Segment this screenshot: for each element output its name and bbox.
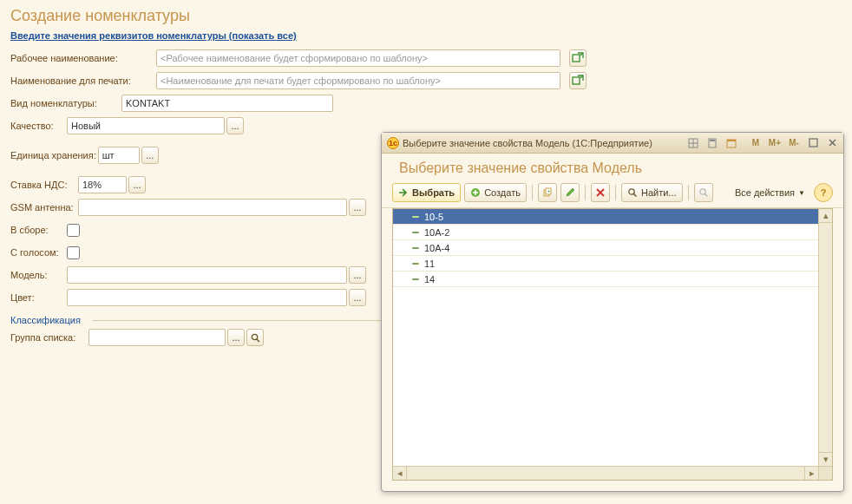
quality-label: Качество: (10, 121, 67, 131)
create-button[interactable]: Создать (464, 183, 527, 202)
scroll-down-button[interactable]: ▾ (819, 452, 832, 466)
svg-point-24 (699, 189, 705, 194)
list-group-input[interactable] (88, 329, 226, 346)
copy-icon: + (542, 187, 553, 198)
scroll-left-button[interactable]: ◂ (393, 467, 407, 480)
template-icon (572, 52, 584, 64)
magnifier-icon (251, 333, 260, 343)
toolbar-separator (585, 185, 586, 200)
list-group-label: Группа списка: (10, 332, 88, 343)
item-marker-icon (412, 263, 419, 265)
horizontal-scrollbar[interactable]: ◂ ▸ (393, 466, 818, 480)
dialog-titlebar[interactable]: 1c Выберите значение свойства Модель (1С… (382, 133, 843, 154)
gsm-input[interactable] (78, 199, 347, 216)
list-group-picker-button[interactable]: ... (227, 329, 245, 346)
scroll-up-button[interactable]: ▴ (819, 209, 832, 223)
toolbar-separator (688, 185, 689, 200)
close-icon (828, 138, 837, 147)
item-marker-icon (412, 278, 419, 280)
template-icon (572, 75, 584, 87)
toolbar-separator (615, 185, 616, 200)
calendar-icon (726, 138, 737, 148)
maximize-icon (809, 138, 818, 147)
all-actions-button[interactable]: Все действия ▼ (730, 183, 810, 202)
pencil-icon (565, 187, 575, 198)
quality-picker-button[interactable]: ... (226, 117, 244, 134)
titlebar-maximize-button[interactable] (805, 135, 821, 151)
magnifier-icon (627, 187, 638, 198)
grid-icon (688, 138, 698, 148)
list-item[interactable]: 10A-4 (393, 240, 818, 256)
color-label: Цвет: (10, 292, 67, 303)
plus-icon (470, 187, 481, 198)
arrow-select-icon (398, 187, 409, 198)
model-label: Модель: (10, 270, 67, 280)
quality-input[interactable] (67, 117, 225, 134)
print-name-template-button[interactable] (569, 72, 587, 89)
storage-unit-label: Единица хранения: (10, 150, 96, 160)
scroll-right-button[interactable]: ▸ (804, 467, 818, 480)
kind-input[interactable] (121, 95, 333, 112)
list-group-search-button[interactable] (246, 329, 264, 346)
svg-rect-0 (573, 55, 580, 62)
working-name-input[interactable] (156, 49, 560, 67)
vat-label: Ставка НДС: (10, 180, 78, 190)
list-item[interactable]: 11 (393, 256, 818, 272)
assembled-label: В сборе: (10, 225, 67, 235)
svg-point-22 (629, 189, 634, 194)
select-button[interactable]: Выбрать (392, 183, 461, 202)
titlebar-calc-button[interactable] (705, 135, 720, 151)
titlebar-calendar-button[interactable] (724, 135, 739, 151)
list-item[interactable]: 10-5 (393, 209, 818, 225)
question-icon: ? (821, 187, 827, 198)
working-name-label: Рабочее наименование: (10, 53, 156, 63)
print-name-input[interactable] (156, 72, 560, 89)
gsm-picker-button[interactable]: ... (349, 199, 366, 216)
app-icon: 1c (387, 137, 399, 149)
copy-button[interactable]: + (538, 183, 557, 202)
show-all-link[interactable]: Введите значения реквизитов номенклатуры… (0, 30, 297, 49)
create-button-label: Создать (484, 187, 521, 198)
list-item-label: 10-5 (424, 212, 443, 222)
dialog-heading: Выберите значение свойства Модель (382, 154, 843, 181)
model-input[interactable] (67, 266, 347, 284)
dialog-toolbar: Выбрать Создать + Найти... Все действия … (382, 181, 843, 208)
titlebar-grid-button[interactable] (685, 135, 701, 151)
list-item-label: 10A-2 (424, 227, 449, 238)
model-picker-button[interactable]: ... (349, 266, 366, 284)
delete-button[interactable] (591, 183, 610, 202)
clear-find-button[interactable] (694, 183, 713, 202)
magnifier-x-icon (698, 187, 709, 198)
assembled-checkbox[interactable] (67, 224, 80, 237)
titlebar-m-button[interactable]: M (748, 135, 764, 151)
voice-checkbox[interactable] (67, 246, 80, 259)
svg-rect-8 (710, 140, 715, 141)
page-title: Создание номенклатуры (0, 0, 852, 30)
vertical-scrollbar[interactable]: ▴ ▾ (818, 209, 832, 466)
svg-line-25 (705, 194, 707, 197)
model-list: 10-510A-210A-41114 ▴ ▾ ◂ ▸ (392, 208, 833, 481)
svg-point-2 (252, 334, 257, 339)
item-marker-icon (412, 232, 419, 233)
list-item-label: 10A-4 (424, 243, 449, 253)
list-item[interactable]: 10A-2 (393, 225, 818, 240)
help-button[interactable]: ? (814, 183, 833, 202)
titlebar-mminus-button[interactable]: M- (786, 135, 802, 151)
print-name-label: Наименование для печати: (10, 75, 156, 86)
find-button[interactable]: Найти... (621, 183, 683, 202)
svg-line-3 (257, 339, 259, 342)
color-picker-button[interactable]: ... (349, 289, 366, 306)
color-input[interactable] (67, 289, 347, 306)
storage-unit-picker-button[interactable]: ... (141, 147, 159, 164)
list-item[interactable]: 14 (393, 272, 818, 287)
titlebar-mplus-button[interactable]: M+ (767, 135, 783, 151)
titlebar-close-button[interactable] (824, 135, 840, 151)
svg-rect-10 (727, 140, 736, 141)
gsm-label: GSM антенна: (10, 202, 78, 213)
vat-picker-button[interactable]: ... (128, 176, 146, 193)
edit-button[interactable] (560, 183, 580, 202)
storage-unit-input[interactable] (98, 147, 140, 164)
vat-input[interactable] (78, 176, 127, 193)
working-name-template-button[interactable] (569, 49, 587, 67)
item-marker-icon (412, 247, 419, 249)
